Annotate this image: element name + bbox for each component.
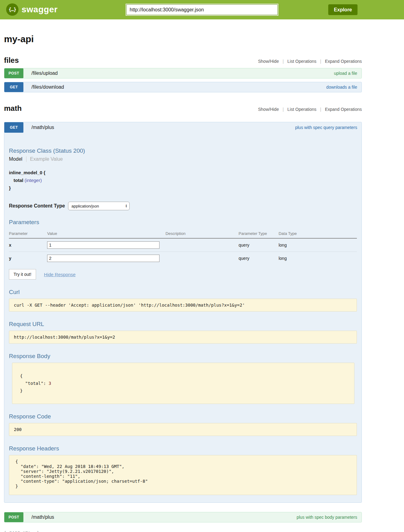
response-body-close: } (20, 387, 346, 394)
files-section: files Show/Hide | List Operations | Expa… (4, 56, 362, 92)
tab-example-value[interactable]: Example Value (26, 156, 63, 162)
request-url-heading: Request URL (9, 321, 357, 328)
model-snippet: inline_model_0 { total (integer) } (9, 169, 357, 192)
math-section-title[interactable]: math (4, 104, 22, 113)
tab-model[interactable]: Model (9, 156, 26, 162)
response-body-value: 3 (49, 381, 51, 386)
post-method-badge[interactable]: POST (4, 68, 23, 78)
page-title: my-api (4, 34, 362, 44)
response-body-open: { (20, 372, 346, 380)
col-parameter: Parameter (9, 229, 47, 238)
param-name-y: y (9, 252, 47, 265)
op-summary-post-math-plus[interactable]: plus with spec body parameters (297, 515, 357, 520)
request-url-box: http://localhost:3000/math/plus?x=1&y=2 (9, 331, 357, 344)
response-body-heading: Response Body (9, 353, 357, 360)
files-show-hide-link[interactable]: Show/Hide (258, 59, 279, 64)
response-code-box: 200 (9, 423, 357, 436)
param-name-x: x (9, 238, 47, 252)
param-data-type-x: long (279, 238, 357, 252)
col-data-type: Data Type (279, 229, 357, 238)
try-it-out-button[interactable]: Try it out! (9, 269, 36, 280)
model-prop-name: total (14, 178, 23, 183)
divider: | (320, 59, 321, 64)
math-list-operations-link[interactable]: List Operations (287, 107, 316, 112)
divider: | (320, 107, 321, 112)
response-headers-box: { "date": "Wed, 22 Aug 2018 18:49:13 GMT… (9, 455, 357, 495)
response-content-type-value: application/json (71, 204, 99, 208)
response-content-type-select[interactable]: application/json ▴▾ (68, 202, 130, 210)
op-summary-files-download[interactable]: downloads a file (326, 85, 357, 90)
hide-response-link[interactable]: Hide Response (44, 272, 76, 277)
model-close-line: } (9, 184, 357, 192)
curl-command-box: curl -X GET --header 'Accept: applicatio… (9, 299, 357, 312)
explore-button[interactable]: Explore (328, 4, 358, 15)
param-data-type-y: long (279, 252, 357, 265)
files-section-title[interactable]: files (4, 56, 19, 65)
op-summary-get-math-plus[interactable]: plus with spec query parameters (295, 125, 357, 130)
math-expand-operations-link[interactable]: Expand Operations (325, 107, 362, 112)
select-arrows-icon: ▴▾ (126, 204, 127, 208)
files-expand-operations-link[interactable]: Expand Operations (325, 59, 362, 64)
base-url-label: [ BASE URL: ] (4, 530, 404, 532)
op-row-files-upload[interactable]: POST /files/upload upload a file (4, 68, 362, 79)
swagger-logo-icon: {…} (6, 3, 18, 16)
param-input-y[interactable] (47, 255, 160, 262)
response-class-heading: Response Class (Status 200) (9, 147, 357, 154)
header-bar: {…} swagger Explore (0, 0, 404, 19)
response-headers-heading: Response Headers (9, 445, 357, 452)
response-body-box: { "total": 3 } (12, 363, 354, 404)
param-row-x: x query long (9, 238, 357, 252)
param-row-y: y query long (9, 252, 357, 265)
response-code-heading: Response Code (9, 413, 357, 420)
param-description-y (165, 252, 238, 265)
param-description-x (165, 238, 238, 252)
op-path-get-math-plus[interactable]: /math/plus (31, 125, 54, 130)
model-open-line: inline_model_0 { (9, 169, 357, 176)
op-expanded-get-math-plus: GET /math/plus plus with spec query para… (4, 122, 362, 503)
col-parameter-type: Parameter Type (239, 229, 279, 238)
param-type-y: query (239, 252, 279, 265)
math-section: math Show/Hide | List Operations | Expan… (4, 104, 362, 522)
op-summary-files-upload[interactable]: upload a file (334, 71, 357, 76)
op-row-post-math-plus[interactable]: POST /math/plus plus with spec body para… (4, 512, 362, 522)
col-value: Value (47, 229, 165, 238)
op-row-files-download[interactable]: GET /files/download downloads a file (4, 82, 362, 92)
param-type-x: query (239, 238, 279, 252)
op-path-files-download[interactable]: /files/download (31, 84, 64, 90)
curl-heading: Curl (9, 289, 357, 296)
divider: | (283, 59, 284, 64)
parameters-heading: Parameters (9, 219, 357, 226)
model-prop-type: (integer) (25, 178, 42, 183)
op-path-files-upload[interactable]: /files/upload (31, 71, 58, 76)
post-method-badge[interactable]: POST (4, 512, 23, 522)
swagger-logo[interactable]: {…} swagger (6, 3, 58, 16)
swagger-logo-text: swagger (22, 5, 58, 14)
op-path-post-math-plus[interactable]: /math/plus (31, 514, 54, 520)
math-show-hide-link[interactable]: Show/Hide (258, 107, 279, 112)
param-input-x[interactable] (47, 241, 160, 249)
response-body-key: "total": (25, 381, 49, 386)
spec-url-input[interactable] (126, 4, 278, 15)
col-description: Description (165, 229, 238, 238)
op-row-get-math-plus[interactable]: GET /math/plus plus with spec query para… (4, 122, 362, 133)
get-method-badge[interactable]: GET (4, 122, 23, 133)
get-method-badge[interactable]: GET (4, 82, 23, 92)
divider: | (283, 107, 284, 112)
parameters-table: Parameter Value Description Parameter Ty… (9, 229, 357, 265)
files-list-operations-link[interactable]: List Operations (287, 59, 316, 64)
response-content-type-label: Response Content Type (9, 203, 65, 209)
